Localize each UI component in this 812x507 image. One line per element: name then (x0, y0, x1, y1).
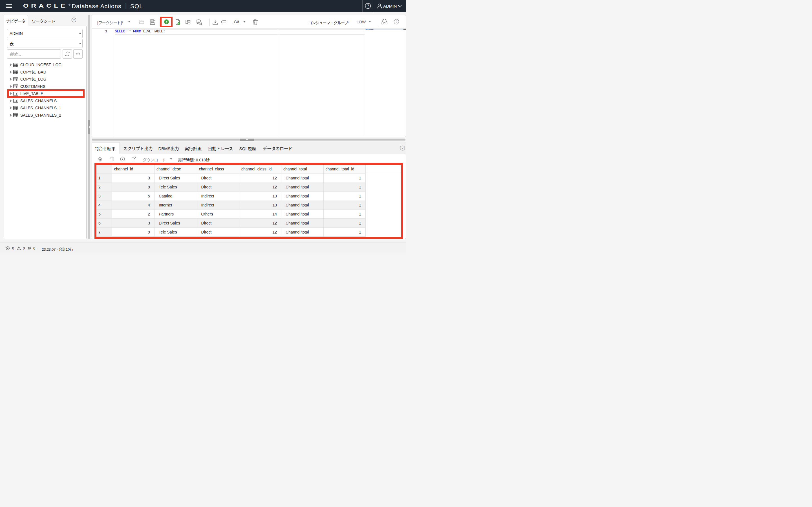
svg-text:?: ? (367, 4, 369, 8)
svg-text:?: ? (402, 146, 403, 150)
svg-text:?: ? (73, 18, 74, 22)
svg-text:?: ? (395, 20, 397, 24)
